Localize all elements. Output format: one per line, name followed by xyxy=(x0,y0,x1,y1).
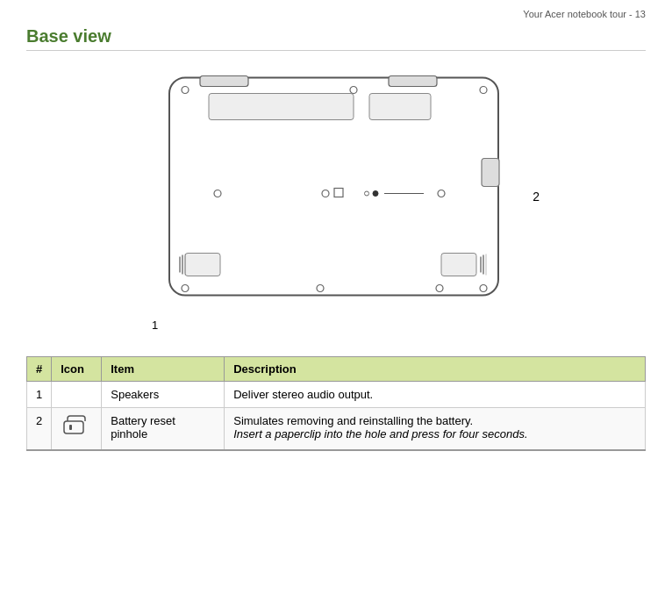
row1-num: 1 xyxy=(27,382,52,408)
svg-rect-24 xyxy=(441,254,476,276)
svg-rect-5 xyxy=(482,159,499,187)
row2-desc: Simulates removing and reinstalling the … xyxy=(225,408,646,451)
diagram-container: 1 2 xyxy=(26,68,646,332)
svg-rect-28 xyxy=(64,421,83,433)
svg-rect-3 xyxy=(209,94,354,120)
page-title: Base view xyxy=(26,26,646,51)
row2-item: Battery reset pinhole xyxy=(102,408,225,451)
col-header-icon: Icon xyxy=(52,357,102,382)
info-table: # Icon Item Description 1 Speakers Deliv… xyxy=(26,356,646,451)
diagram-label-1: 1 xyxy=(152,319,158,332)
svg-rect-1 xyxy=(200,76,248,87)
row1-desc: Deliver stereo audio output. xyxy=(225,382,646,408)
col-header-desc: Description xyxy=(225,357,646,382)
row1-item: Speakers xyxy=(102,382,225,408)
svg-point-12 xyxy=(373,191,378,197)
battery-reset-icon xyxy=(61,414,92,441)
svg-rect-20 xyxy=(185,254,220,276)
row1-icon xyxy=(52,382,102,408)
col-header-item: Item xyxy=(102,357,225,382)
svg-rect-29 xyxy=(69,425,72,430)
laptop-diagram xyxy=(152,68,520,314)
diagram-label-2: 2 xyxy=(533,190,540,204)
table-header-row: # Icon Item Description xyxy=(27,357,646,382)
col-header-num: # xyxy=(27,357,52,382)
diagram-wrap: 1 2 xyxy=(152,68,520,332)
row2-num: 2 xyxy=(27,408,52,451)
table-row: 2 Battery reset pinhole Simulates removi… xyxy=(27,408,646,451)
table-row: 1 Speakers Deliver stereo audio output. xyxy=(27,382,646,408)
svg-rect-4 xyxy=(369,94,431,120)
page-header: Your Acer notebook tour - 13 xyxy=(26,9,646,19)
svg-rect-2 xyxy=(389,76,437,87)
row2-icon xyxy=(52,408,102,451)
